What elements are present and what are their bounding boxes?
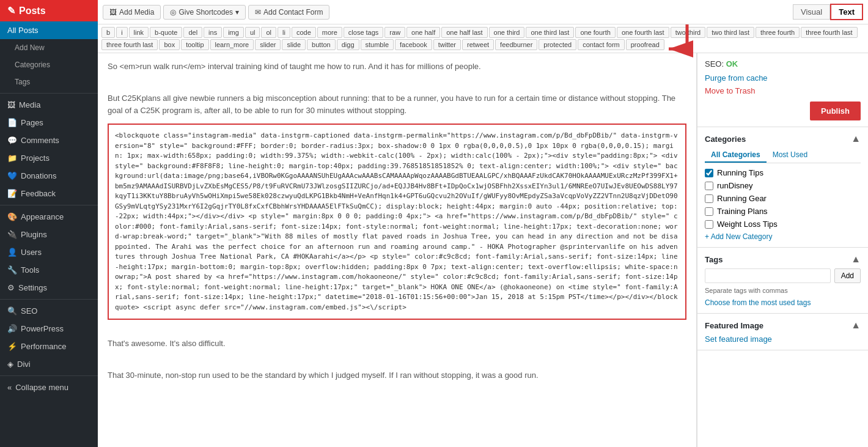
seo-ok-badge: OK: [726, 59, 738, 68]
category-running-gear-checkbox[interactable]: [705, 194, 713, 203]
add-media-button[interactable]: 🖼 Add Media: [103, 5, 161, 20]
tags-input[interactable]: [705, 268, 831, 283]
sidebar-item-powerpress[interactable]: 🔊 PowerPress: [0, 320, 98, 338]
format-btn-ul[interactable]: ul: [245, 27, 260, 38]
sidebar-item-seo[interactable]: 🔍 SEO: [0, 302, 98, 320]
sidebar-item-media[interactable]: 🖼 Media: [0, 96, 98, 114]
category-weight-loss-checkbox[interactable]: [705, 220, 713, 229]
format-btn-i[interactable]: i: [116, 27, 127, 38]
format-btn-two-third-last[interactable]: two third last: [707, 27, 754, 38]
sidebar: ✎ Posts All Posts Add New Categories Tag…: [0, 0, 98, 447]
editor-area[interactable]: So <em>run walk run</em> interval traini…: [98, 53, 697, 447]
sidebar-item-plugins[interactable]: 🔌 Plugins: [0, 226, 98, 243]
sidebar-item-add-new[interactable]: Add New: [0, 39, 98, 56]
format-btn-link[interactable]: link: [129, 27, 149, 38]
sidebar-item-performance[interactable]: ⚡ Performance: [0, 338, 98, 355]
format-btn-li[interactable]: li: [278, 27, 290, 38]
format-btn-one-third-last[interactable]: one third last: [526, 27, 574, 38]
sidebar-item-users[interactable]: 👤 Users: [0, 243, 98, 261]
format-btn-b[interactable]: b: [101, 27, 115, 38]
sidebar-logo[interactable]: ✎ Posts: [0, 0, 98, 21]
category-training-plans-checkbox[interactable]: [705, 207, 713, 216]
format-btn-three-fourth[interactable]: three fourth: [756, 27, 800, 38]
all-categories-tab[interactable]: All Categories: [705, 148, 767, 163]
add-new-category-link[interactable]: + Add New Category: [705, 232, 861, 241]
all-posts-label: All Posts: [7, 26, 39, 35]
format-btn-contact-form[interactable]: contact form: [578, 39, 625, 50]
sidebar-item-appearance[interactable]: 🎨 Appearance: [0, 208, 98, 226]
divi-icon: ◈: [7, 360, 13, 369]
format-btn-twitter[interactable]: twitter: [433, 39, 461, 50]
format-btn-more[interactable]: more: [317, 27, 342, 38]
format-btn-one-third[interactable]: one third: [489, 27, 525, 38]
format-btn-three-fourth-last[interactable]: three fourth last: [101, 39, 158, 50]
sidebar-item-tools[interactable]: 🔧 Tools: [0, 261, 98, 279]
format-btn-one-half-last[interactable]: one half last: [441, 27, 487, 38]
sidebar-item-tags[interactable]: Tags: [0, 73, 98, 91]
sidebar-item-projects[interactable]: 📁 Projects: [0, 149, 98, 167]
tags-add-button[interactable]: Add: [834, 268, 861, 283]
sidebar-item-divi[interactable]: ◈ Divi: [0, 355, 98, 373]
format-btn-proofread[interactable]: proofread: [626, 39, 664, 50]
format-btn-code[interactable]: code: [292, 27, 316, 38]
media-icon: 🖼: [7, 100, 15, 109]
publish-button[interactable]: Publish: [810, 102, 861, 120]
give-shortcodes-button[interactable]: ◎ Give Shortcodes ▾: [163, 5, 246, 20]
choose-tags-link[interactable]: Choose from the most used tags: [705, 298, 811, 307]
sidebar-item-donations[interactable]: 💙 Donations: [0, 167, 98, 185]
sidebar-item-settings[interactable]: ⚙ Settings: [0, 279, 98, 297]
format-btn-ins[interactable]: ins: [204, 27, 222, 38]
format-btn-feedburner[interactable]: feedburner: [495, 39, 537, 50]
sidebar-item-collapse[interactable]: « Collapse menu: [0, 379, 98, 396]
sidebar-item-all-posts[interactable]: All Posts: [0, 21, 98, 39]
categories-toggle-icon[interactable]: ▲: [851, 133, 861, 144]
tags-toggle-icon[interactable]: ▲: [851, 254, 861, 265]
code-block[interactable]: <blockquote class="instagram-media" data…: [108, 124, 686, 320]
format-btn-one-fourth-last[interactable]: one fourth last: [617, 27, 669, 38]
format-btn-slider[interactable]: slider: [255, 39, 281, 50]
format-btn-two-third[interactable]: two third: [671, 27, 706, 38]
set-featured-image-link[interactable]: Set featured image: [705, 334, 772, 344]
purge-cache-link[interactable]: Purge from cache: [705, 73, 861, 83]
sidebar-item-categories[interactable]: Categories: [0, 56, 98, 73]
category-training-plans-label: Training Plans: [717, 207, 768, 216]
format-btn-ol[interactable]: ol: [261, 27, 276, 38]
category-running-gear: Running Gear: [705, 194, 861, 203]
toolbar: 🖼 Add Media ◎ Give Shortcodes ▾ ✉ Add Co…: [98, 0, 868, 24]
categories-header: Categories ▲: [705, 133, 861, 144]
sidebar-item-pages[interactable]: 📄 Pages: [0, 114, 98, 131]
format-btn-box[interactable]: box: [159, 39, 180, 50]
featured-image-toggle-icon[interactable]: ▲: [851, 320, 861, 331]
most-used-tab[interactable]: Most Used: [767, 148, 814, 163]
move-trash-link[interactable]: Move to Trash: [705, 86, 861, 95]
format-btn-b-quote[interactable]: b-quote: [150, 27, 182, 38]
categories-title: Categories: [705, 135, 746, 144]
format-btn-slide[interactable]: slide: [282, 39, 306, 50]
format-btn-del[interactable]: del: [183, 27, 202, 38]
sidebar-item-feedback[interactable]: 📝 Feedback: [0, 185, 98, 202]
add-contact-form-button[interactable]: ✉ Add Contact Form: [248, 5, 329, 20]
sidebar-item-comments[interactable]: 💬 Comments: [0, 131, 98, 149]
tags-section: Tags ▲ Add Separate tags with commas Cho…: [697, 248, 868, 314]
format-btn-one-half[interactable]: one half: [406, 27, 440, 38]
category-rundisney-checkbox[interactable]: [705, 182, 713, 190]
format-btn-one-fourth[interactable]: one fourth: [575, 27, 616, 38]
format-btn-img[interactable]: img: [223, 27, 244, 38]
category-running-tips-checkbox[interactable]: [705, 169, 713, 177]
format-btn-close-tags[interactable]: close tags: [344, 27, 384, 38]
seo-status: SEO: OK: [705, 59, 861, 68]
format-btn-protected[interactable]: protected: [539, 39, 576, 50]
format-btn-retweet[interactable]: retweet: [462, 39, 494, 50]
text-tab[interactable]: Text: [830, 4, 863, 20]
format-btn-button[interactable]: button: [307, 39, 336, 50]
format-btn-facebook[interactable]: facebook: [395, 39, 432, 50]
format-btn-learn_more[interactable]: learn_more: [210, 39, 254, 50]
right-sidebar: SEO: OK Purge from cache Move to Trash P…: [697, 53, 868, 447]
format-btn-tooltip[interactable]: tooltip: [181, 39, 208, 50]
main-area: 🖼 Add Media ◎ Give Shortcodes ▾ ✉ Add Co…: [98, 0, 868, 447]
format-btn-three-fourth-last[interactable]: three fourth last: [801, 27, 857, 38]
visual-tab[interactable]: Visual: [793, 4, 830, 20]
format-btn-raw[interactable]: raw: [384, 27, 405, 38]
format-btn-digg[interactable]: digg: [337, 39, 359, 50]
format-btn-stumble[interactable]: stumble: [361, 39, 394, 50]
